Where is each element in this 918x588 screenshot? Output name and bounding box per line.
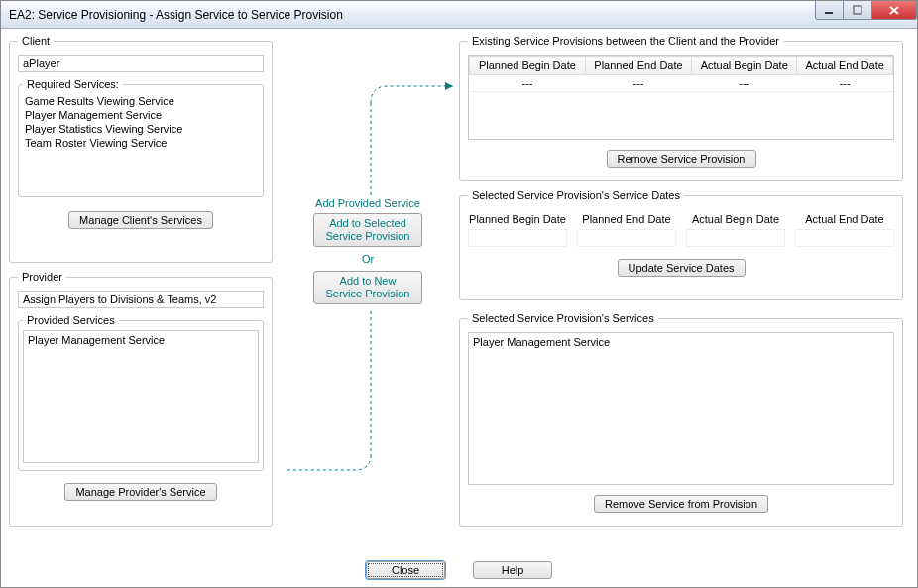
provided-services-legend: Provided Services (23, 314, 119, 326)
remove-service-from-provision-button[interactable]: Remove Service from Provision (594, 495, 768, 513)
add-to-new-button[interactable]: Add to New Service Provision (313, 271, 422, 304)
selected-services-legend: Selected Service Provision's Services (468, 312, 658, 324)
close-button[interactable] (872, 1, 917, 20)
or-label: Or (288, 253, 447, 265)
service-dates-legend: Selected Service Provision's Service Dat… (468, 189, 684, 201)
close-icon (888, 5, 901, 16)
window-body: Client Required Services: Game Results V… (1, 29, 917, 587)
minimize-button[interactable] (815, 1, 844, 20)
window-title: EA2: Service Provisioning - Assign Servi… (9, 8, 343, 22)
planned-begin-input[interactable] (468, 229, 567, 247)
table-row[interactable]: ------------ (470, 75, 893, 92)
required-services-group: Required Services: Game Results Viewing … (18, 78, 264, 197)
client-legend: Client (18, 35, 54, 47)
planned-end-label: Planned End Date (577, 213, 676, 225)
service-dates-group: Selected Service Provision's Service Dat… (459, 189, 903, 300)
col-actual-begin[interactable]: Actual Begin Date (692, 57, 797, 75)
col-planned-begin[interactable]: Planned Begin Date (470, 57, 586, 75)
window-controls (815, 1, 917, 21)
maximize-icon (853, 5, 863, 16)
remove-service-provision-button[interactable]: Remove Service Provision (607, 150, 756, 168)
actual-begin-label: Actual Begin Date (686, 213, 785, 225)
svg-rect-0 (825, 12, 833, 14)
dialog-footer: Close Help (1, 561, 917, 579)
client-name-field[interactable] (18, 55, 264, 72)
manage-provider-service-button[interactable]: Manage Provider's Service (64, 483, 216, 501)
close-dialog-button[interactable]: Close (366, 561, 445, 579)
provider-legend: Provider (18, 271, 66, 283)
svg-marker-2 (445, 82, 453, 90)
required-services-legend: Required Services: (23, 78, 123, 90)
client-group: Client Required Services: Game Results V… (9, 35, 273, 263)
col-planned-end[interactable]: Planned End Date (585, 57, 691, 75)
provider-name-field[interactable] (18, 291, 264, 308)
titlebar: EA2: Service Provisioning - Assign Servi… (1, 1, 917, 29)
provider-group: Provider Provided Services Player Manage… (9, 271, 273, 527)
svg-rect-1 (854, 6, 861, 14)
required-services-list[interactable]: Game Results Viewing ServicePlayer Manag… (23, 94, 259, 189)
provided-services-group: Provided Services Player Management Serv… (18, 314, 264, 471)
minimize-icon (824, 5, 835, 16)
list-item[interactable]: Team Roster Viewing Service (25, 136, 257, 150)
provisions-table[interactable]: Planned Begin Date Planned End Date Actu… (469, 56, 893, 92)
actual-end-input[interactable] (795, 229, 894, 247)
update-service-dates-button[interactable]: Update Service Dates (618, 259, 746, 277)
list-item[interactable]: Player Management Service (28, 333, 254, 347)
actual-end-label: Actual End Date (795, 213, 894, 225)
add-service-panel: Add Provided Service Add to Selected Ser… (288, 197, 447, 304)
add-to-selected-button[interactable]: Add to Selected Service Provision (313, 213, 422, 247)
actual-begin-input[interactable] (686, 229, 785, 247)
list-item[interactable]: Player Statistics Viewing Service (25, 122, 257, 136)
manage-client-services-button[interactable]: Manage Client's Services (68, 211, 213, 229)
list-item[interactable]: Player Management Service (473, 335, 889, 349)
selected-services-list[interactable]: Player Management Service (468, 332, 894, 485)
col-actual-end[interactable]: Actual End Date (797, 57, 893, 75)
help-button[interactable]: Help (473, 561, 552, 579)
list-item[interactable]: Player Management Service (25, 108, 257, 122)
provisions-header-row: Planned Begin Date Planned End Date Actu… (470, 57, 893, 75)
maximize-button[interactable] (844, 1, 872, 20)
planned-begin-label: Planned Begin Date (468, 213, 567, 225)
list-item[interactable]: Game Results Viewing Service (25, 94, 257, 108)
existing-provisions-group: Existing Service Provisions between the … (459, 35, 903, 181)
add-provided-service-label: Add Provided Service (288, 197, 447, 209)
selected-services-group: Selected Service Provision's Services Pl… (459, 312, 903, 527)
existing-provisions-legend: Existing Service Provisions between the … (468, 35, 783, 47)
provided-services-list[interactable]: Player Management Service (23, 330, 259, 463)
planned-end-input[interactable] (577, 229, 676, 247)
